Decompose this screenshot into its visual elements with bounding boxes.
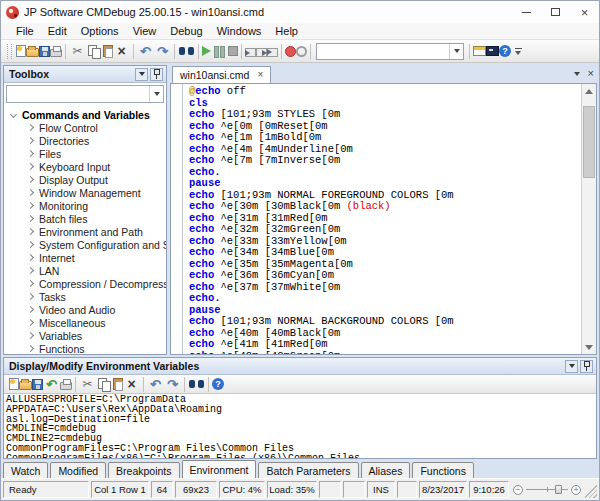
toolbox-category-internet[interactable]: Internet [4, 251, 166, 264]
new-file-icon[interactable] [16, 45, 26, 57]
find-icon[interactable] [178, 43, 195, 60]
zoom-out-icon[interactable]: − [513, 485, 523, 495]
step-over-icon[interactable] [256, 48, 267, 57]
help-icon[interactable] [499, 45, 511, 57]
open-file-icon[interactable] [26, 48, 39, 57]
scroll-up-icon[interactable] [582, 84, 596, 98]
menu-item-view[interactable]: View [126, 25, 164, 37]
toolbox-category-window-management[interactable]: Window Management [4, 186, 166, 199]
find-icon[interactable] [188, 376, 205, 393]
cut-icon[interactable] [79, 376, 96, 393]
record-icon[interactable] [285, 46, 296, 57]
print-icon[interactable] [50, 49, 62, 57]
toolbox-category-system-configuration-and-status[interactable]: System Configuration and Status [4, 238, 166, 251]
code-area[interactable]: @echo offclsecho [101;93m STYLES [0mecho… [183, 84, 581, 354]
run-icon[interactable] [202, 46, 211, 56]
undo-icon[interactable] [137, 43, 154, 60]
window-options-icon[interactable] [473, 46, 486, 56]
toolbox-category-lan[interactable]: LAN [4, 264, 166, 277]
env-content[interactable]: ALLUSERSPROFILE=C:\ProgramDataAPPDATA=C:… [4, 394, 596, 458]
console-icon[interactable] [486, 46, 499, 56]
toolbox-category-keyboard-input[interactable]: Keyboard Input [4, 160, 166, 173]
menu-item-help[interactable]: Help [268, 25, 305, 37]
toolbox-filter-input[interactable] [7, 86, 149, 102]
revert-icon[interactable] [43, 376, 60, 393]
command-combobox-input[interactable] [317, 45, 449, 57]
menu-item-windows[interactable]: Windows [210, 25, 269, 37]
new-file-icon[interactable] [9, 378, 19, 390]
toolbox-category-variables[interactable]: Variables [4, 329, 166, 342]
record-stop-icon[interactable] [296, 46, 307, 57]
toolbox-filter-dropdown-icon[interactable] [149, 86, 163, 102]
toolbox-pin-button[interactable] [150, 68, 163, 81]
open-file-icon[interactable] [19, 381, 32, 390]
close-document-icon[interactable]: × [588, 69, 594, 78]
save-icon[interactable] [39, 46, 50, 57]
editor-tab-win10ansi[interactable]: win10ansi.cmd × [172, 66, 271, 83]
tab-close-icon[interactable]: × [257, 71, 263, 79]
env-panel-header: Display/Modify Environment Variables [4, 358, 596, 375]
menu-item-debug[interactable]: Debug [163, 25, 209, 37]
copy-icon[interactable] [86, 43, 103, 60]
zoom-in-icon[interactable]: + [571, 485, 581, 495]
step-into-icon[interactable] [245, 48, 256, 57]
scrollbar-thumb[interactable] [583, 106, 595, 178]
chevron-right-icon [27, 202, 34, 209]
maximize-button[interactable] [541, 1, 570, 23]
combobox-dropdown-icon[interactable] [449, 44, 463, 59]
cut-icon[interactable] [69, 43, 86, 60]
toolbox-category-video-and-audio[interactable]: Video and Audio [4, 303, 166, 316]
toolbox-category-tasks[interactable]: Tasks [4, 290, 166, 303]
env-panel-menu-button[interactable] [565, 360, 578, 373]
resize-grip[interactable] [585, 481, 597, 498]
redo-icon[interactable] [154, 43, 171, 60]
minimize-button[interactable] [512, 1, 541, 23]
bottom-tab-bar: WatchModifiedBreakpointsEnvironmentBatch… [1, 459, 599, 478]
toolbox-category-flow-control[interactable]: Flow Control [4, 121, 166, 134]
paste-icon[interactable] [103, 45, 113, 57]
pause-icon[interactable] [211, 43, 228, 60]
zoom-slider-track[interactable] [526, 489, 568, 490]
tree-label: LAN [39, 265, 59, 277]
toolbox-category-compression-decompression[interactable]: Compression / Decompression [4, 277, 166, 290]
chevron-down-icon [569, 364, 575, 368]
zoom-slider-handle[interactable] [555, 485, 562, 494]
toolbox-category-monitoring[interactable]: Monitoring [4, 199, 166, 212]
stop-icon[interactable] [228, 46, 238, 56]
toolbox-category-environment-and-path[interactable]: Environment and Path [4, 225, 166, 238]
undo-icon[interactable] [147, 376, 164, 393]
menu-item-options[interactable]: Options [74, 25, 126, 37]
menu-item-edit[interactable]: Edit [41, 25, 74, 37]
redo-icon[interactable] [164, 376, 181, 393]
toolbox-menu-button[interactable] [135, 68, 148, 81]
toolbox-category-commands-and-variables[interactable]: Commands and Variables [4, 108, 166, 121]
menu-item-file[interactable]: File [9, 25, 41, 37]
tree-label: Monitoring [39, 200, 88, 212]
tree-label: Directories [39, 135, 89, 147]
maximize-icon [551, 8, 560, 16]
toolbox-category-directories[interactable]: Directories [4, 134, 166, 147]
toolbox-category-display-output[interactable]: Display Output [4, 173, 166, 186]
scroll-down-icon[interactable] [582, 340, 596, 354]
step-out-icon[interactable] [267, 48, 278, 57]
toolbox-category-batch-files[interactable]: Batch files [4, 212, 166, 225]
copy-icon[interactable] [96, 376, 113, 393]
env-panel-pin-button[interactable] [580, 360, 593, 373]
overflow-icon[interactable] [511, 43, 528, 60]
editor-vertical-scrollbar[interactable] [581, 84, 596, 354]
document-list-dropdown-icon[interactable] [574, 72, 580, 76]
toolbox-category-miscellaneous[interactable]: Miscellaneous [4, 316, 166, 329]
tab-environment[interactable]: Environment [182, 460, 257, 479]
toolbox-category-files[interactable]: Files [4, 147, 166, 160]
delete-icon[interactable] [123, 376, 140, 393]
save-icon[interactable] [32, 379, 43, 390]
command-combobox[interactable] [316, 43, 464, 60]
toolbox-category-functions[interactable]: Functions [4, 342, 166, 354]
delete-icon[interactable] [113, 43, 130, 60]
toolbox-tree: Commands and VariablesFlow ControlDirect… [4, 104, 166, 354]
chevron-right-icon [27, 267, 34, 274]
help-icon[interactable] [212, 378, 224, 390]
close-button[interactable]: × [570, 1, 599, 23]
paste-icon[interactable] [113, 378, 123, 390]
print-icon[interactable] [60, 382, 72, 390]
